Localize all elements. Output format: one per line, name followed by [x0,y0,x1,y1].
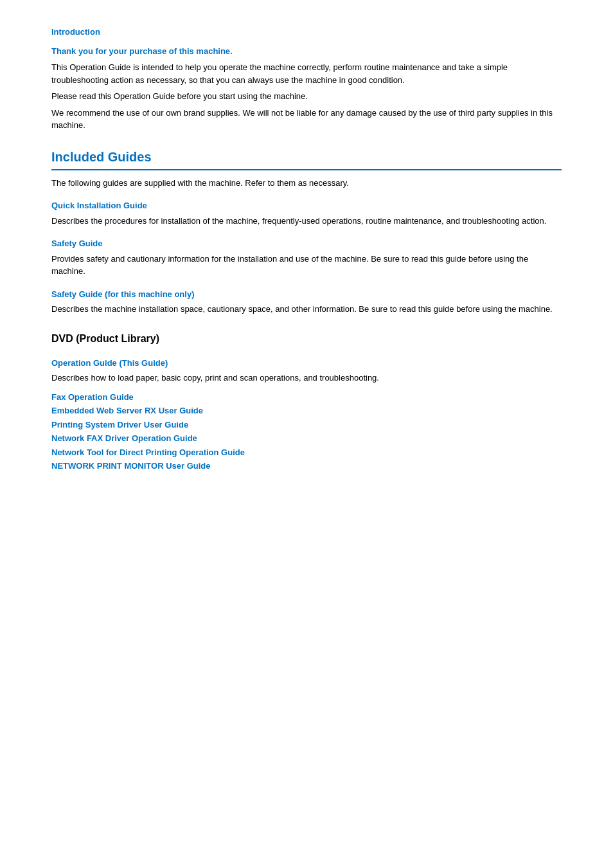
dvd-links-container: Fax Operation Guide Embedded Web Server … [51,391,562,473]
fax-operation-guide-link[interactable]: Fax Operation Guide [51,391,562,404]
safety-guide-machine-title[interactable]: Safety Guide (for this machine only) [51,288,562,301]
safety-guide-title[interactable]: Safety Guide [51,237,562,250]
network-fax-driver-link[interactable]: Network FAX Driver Operation Guide [51,432,562,445]
included-guides-section: Included Guides The following guides are… [51,147,562,316]
included-guides-intro: The following guides are supplied with t… [51,177,562,190]
dvd-heading: DVD (Product Library) [51,331,562,347]
guide-item-quick-installation: Quick Installation Guide Describes the p… [51,199,562,227]
safety-guide-machine-desc: Describes the machine installation space… [51,303,562,316]
included-guides-heading: Included Guides [51,147,562,170]
intro-para1: This Operation Guide is intended to help… [51,61,562,86]
printing-system-driver-link[interactable]: Printing System Driver User Guide [51,419,562,431]
thank-you-heading: Thank you for your purchase of this mach… [51,45,562,58]
network-tool-direct-printing-link[interactable]: Network Tool for Direct Printing Operati… [51,446,562,459]
quick-installation-desc: Describes the procedures for installatio… [51,215,562,228]
operation-guide-desc: Describes how to load paper, basic copy,… [51,372,562,384]
guide-item-safety-machine: Safety Guide (for this machine only) Des… [51,288,562,316]
guide-item-safety: Safety Guide Provides safety and caution… [51,237,562,278]
intro-para3: We recommend the use of our own brand su… [51,107,562,132]
introduction-section: Introduction Thank you for your purchase… [51,26,562,132]
operation-guide-title[interactable]: Operation Guide (This Guide) [51,357,562,370]
intro-para2: Please read this Operation Guide before … [51,90,562,103]
network-print-monitor-link[interactable]: NETWORK PRINT MONITOR User Guide [51,460,562,473]
quick-installation-title[interactable]: Quick Installation Guide [51,199,562,212]
embedded-web-server-link[interactable]: Embedded Web Server RX User Guide [51,404,562,417]
safety-guide-desc: Provides safety and cautionary informati… [51,253,562,278]
dvd-section: DVD (Product Library) Operation Guide (T… [51,331,562,473]
introduction-label: Introduction [51,26,562,39]
